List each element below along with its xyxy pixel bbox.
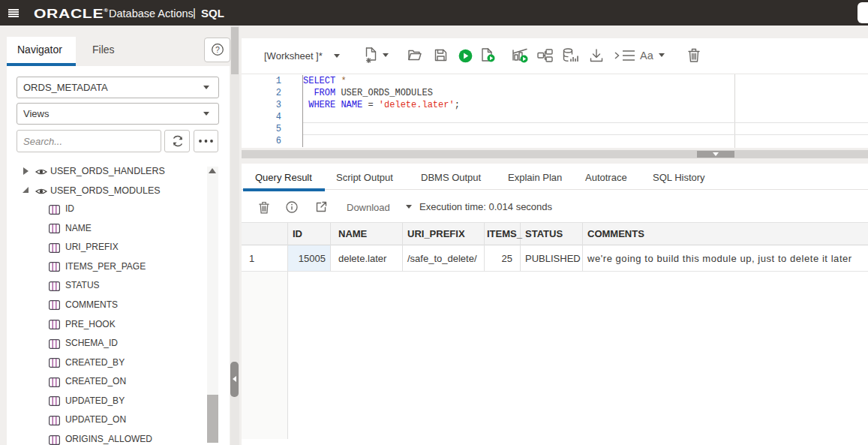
svg-text:?: ? xyxy=(215,45,220,54)
